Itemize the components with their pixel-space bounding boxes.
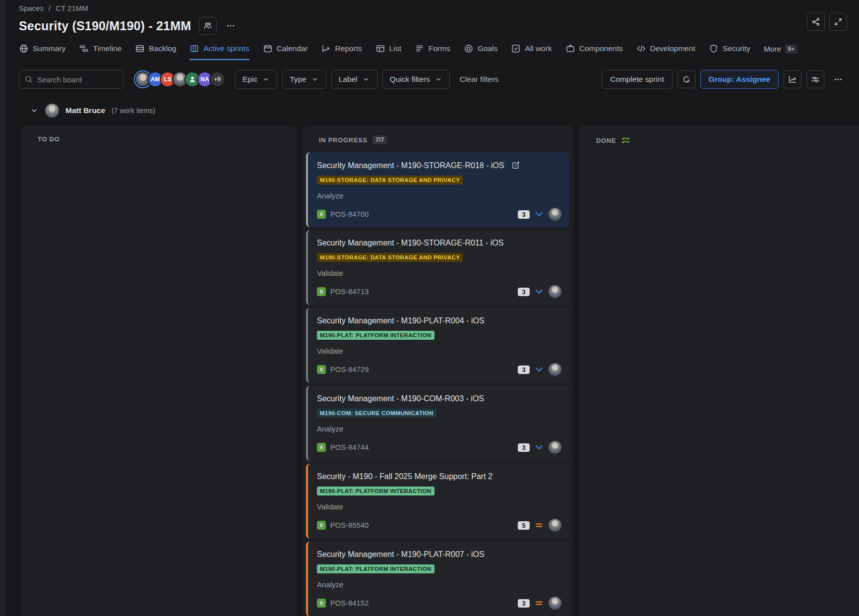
filter-type-dropdown[interactable]: Type (282, 70, 326, 89)
card[interactable]: Security Management - M190-PLAT-R004 - i… (306, 308, 569, 383)
tab-all-work[interactable]: All work (511, 44, 552, 60)
people-icon (203, 21, 213, 31)
card[interactable]: Security - M190 - Fall 2025 Merge Suppor… (306, 464, 569, 539)
card-assignee-avatar[interactable] (549, 597, 561, 610)
card-title-row: Security Management - M190-PLAT-R004 - i… (317, 316, 561, 325)
toolbar-more-button[interactable] (829, 70, 847, 88)
story-type-icon (317, 599, 326, 608)
share-button[interactable] (807, 13, 825, 31)
tab-development[interactable]: Development (636, 44, 695, 60)
card-assignee-avatar[interactable] (549, 519, 561, 532)
card[interactable]: Security Management - M190-COM-R003 - iO… (306, 386, 569, 461)
avatar-overflow-count[interactable]: +9 (209, 71, 225, 87)
card-title-row: Security Management - M190-COM-R003 - iO… (317, 394, 561, 403)
tab-summary[interactable]: Summary (19, 44, 65, 60)
column-done: DONE (579, 125, 859, 616)
title-more-button[interactable] (222, 17, 240, 35)
tab-forms[interactable]: Forms (415, 44, 450, 60)
people-button[interactable] (199, 17, 217, 35)
complete-sprint-button[interactable]: Complete sprint (602, 70, 673, 89)
group-by-button[interactable]: Group: Assignee (700, 70, 779, 89)
avatar-initials: +9 (214, 76, 221, 83)
card-epic-label: M190-STORAGE: DATA STORAGE AND PRIVACY (317, 176, 463, 185)
story-type-icon (317, 210, 326, 219)
story-points-badge: 3 (518, 288, 530, 296)
card-assignee-avatar[interactable] (549, 285, 561, 298)
column-in-progress: IN PROGRESS7/7Security Management - M190… (302, 125, 573, 616)
expand-icon (833, 17, 843, 27)
tab-calendar[interactable]: Calendar (263, 44, 308, 60)
tab-security[interactable]: Security (709, 44, 750, 60)
tab-active-sprints[interactable]: Active sprints (189, 44, 249, 60)
chevron-down-icon (311, 75, 319, 83)
feedback-icon (681, 74, 691, 84)
card-title: Security - M190 - Fall 2025 Merge Suppor… (317, 472, 492, 481)
card[interactable]: Security Management - M190-STORAGE-R011 … (306, 230, 569, 305)
card-status: Validate (317, 502, 561, 511)
column-header: IN PROGRESS7/7 (306, 129, 569, 152)
card-footer-right: 3 (518, 208, 561, 221)
edit-icon (511, 161, 520, 170)
priority-low-icon (534, 442, 544, 452)
card[interactable]: Security Management - M190-PLAT-R007 - i… (306, 542, 569, 616)
board-settings-button[interactable] (806, 70, 824, 88)
filter-epic-dropdown[interactable]: Epic (235, 70, 277, 89)
chevron-down-icon (434, 75, 442, 83)
card-key: POS-84744 (330, 443, 369, 451)
complete-sprint-label: Complete sprint (610, 75, 664, 84)
column-name: TO DO (38, 135, 60, 143)
more-horizontal-icon (226, 21, 236, 31)
tab-label: Calendar (277, 44, 308, 53)
clear-filters-button[interactable]: Clear filters (460, 75, 498, 84)
page-title: Security (S190/M190) - 21MM (19, 19, 191, 33)
forms-icon (415, 44, 425, 54)
page-header: Spaces / CT 21MM Security (S190/M190) - … (0, 0, 859, 35)
tab-goals[interactable]: Goals (464, 44, 498, 60)
share-icon (811, 17, 821, 27)
story-points-badge: 3 (518, 210, 530, 219)
column-to-do: TO DO (21, 125, 296, 616)
tab-more[interactable]: More9+ (764, 45, 797, 60)
tab-backlog[interactable]: Backlog (135, 44, 176, 60)
card-key: POS-84729 (330, 366, 369, 373)
chevron-down-icon (262, 75, 270, 83)
story-type-icon (317, 365, 326, 374)
avatar-initials: NA (200, 76, 209, 83)
feedback-button[interactable] (677, 70, 695, 88)
card-title-row: Security Management - M190-STORAGE-R011 … (317, 239, 561, 247)
tab-label: Forms (429, 44, 450, 53)
person-icon (188, 75, 197, 84)
column-header: DONE (583, 129, 859, 153)
filter-quick-filters-dropdown[interactable]: Quick filters (382, 70, 450, 89)
tab-label: Goals (478, 44, 498, 53)
card-assignee-avatar[interactable] (549, 363, 561, 376)
card-footer-right: 5 (518, 519, 561, 532)
card-footer-right: 3 (518, 363, 561, 376)
tab-list[interactable]: List (375, 44, 401, 60)
card-title-row: Security - M190 - Fall 2025 Merge Suppor… (317, 472, 561, 481)
tab-reports[interactable]: Reports (321, 44, 362, 60)
sprint-board: TO DOIN PROGRESS7/7Security Management -… (21, 125, 859, 616)
breadcrumb-spaces[interactable]: Spaces (19, 4, 44, 12)
story-points-badge: 5 (518, 521, 530, 530)
card-assignee-avatar[interactable] (549, 441, 561, 454)
insights-button[interactable] (784, 70, 801, 88)
tab-components[interactable]: Components (565, 44, 623, 60)
filter-label-dropdown[interactable]: Label (331, 70, 377, 89)
search-input[interactable] (37, 75, 118, 84)
fullscreen-button[interactable] (829, 13, 847, 31)
breadcrumb-project[interactable]: CT 21MM (56, 4, 88, 12)
card-epic-label: M190-STORAGE: DATA STORAGE AND PRIVACY (317, 253, 463, 262)
board-toolbar: AMLSNA+9 EpicTypeLabelQuick filters Clea… (19, 70, 847, 89)
avatar-initials: LS (164, 76, 171, 83)
card-status: Validate (317, 347, 561, 355)
components-icon (565, 44, 575, 54)
filter-dropdowns: EpicTypeLabelQuick filters (235, 70, 450, 89)
chevron-down-icon[interactable] (30, 106, 39, 115)
card-assignee-avatar[interactable] (549, 208, 561, 221)
story-points-badge: 3 (518, 366, 530, 374)
tab-timeline[interactable]: Timeline (79, 44, 122, 60)
tab-label: Backlog (149, 44, 176, 53)
swimlane-header[interactable]: Matt Bruce (7 work items) (30, 104, 847, 118)
card[interactable]: Security Management - M190-STORAGE-R018 … (306, 152, 569, 227)
